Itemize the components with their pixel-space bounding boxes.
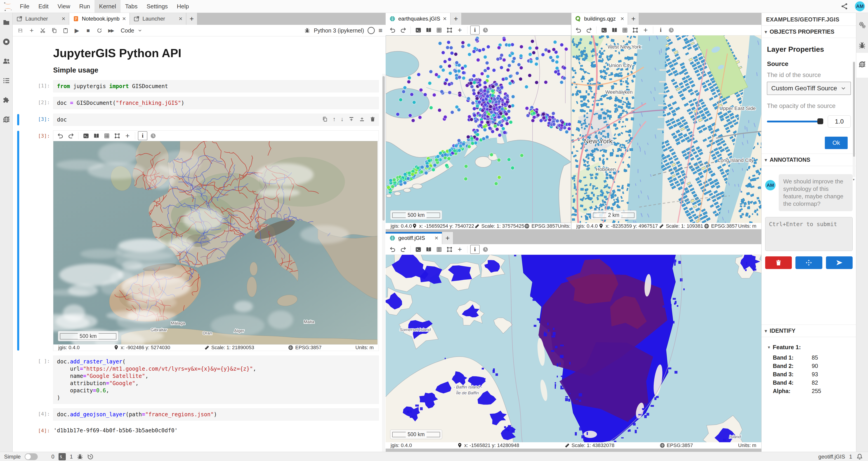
new-tab-button[interactable]: + bbox=[186, 13, 197, 25]
insert-above-icon[interactable] bbox=[348, 116, 354, 123]
code-input[interactable]: doc = GISDocument("france_hiking.jGIS") bbox=[53, 97, 379, 109]
console-icon[interactable] bbox=[599, 26, 609, 35]
close-icon[interactable]: × bbox=[62, 15, 65, 22]
identify-feature[interactable]: ▾Feature 1: bbox=[768, 344, 851, 351]
cell-type-dropdown[interactable]: Code bbox=[121, 27, 143, 34]
toolbar-menu-icon[interactable]: ≡ bbox=[378, 27, 382, 34]
cut-cell-icon[interactable] bbox=[38, 26, 48, 35]
cell-collapser[interactable] bbox=[17, 409, 19, 420]
annotation-input[interactable] bbox=[765, 217, 852, 251]
undo-icon[interactable] bbox=[56, 131, 65, 140]
code-input[interactable]: doc.add_raster_layer( url="https://mt1.g… bbox=[53, 356, 379, 404]
identify-icon[interactable]: i bbox=[138, 131, 147, 140]
france-map[interactable]: Málaga Oran Alger Malta Gibraltar 500 km bbox=[53, 141, 377, 344]
paste-cell-icon[interactable] bbox=[61, 26, 70, 35]
section-identify[interactable]: ▾ IDENTIFY bbox=[762, 325, 856, 337]
close-icon[interactable]: × bbox=[122, 15, 126, 22]
symbology-icon[interactable] bbox=[424, 245, 433, 254]
tab-buildings[interactable]: buildings.qgz × bbox=[571, 13, 628, 25]
cell-collapser[interactable] bbox=[17, 80, 19, 92]
earthquakes-map[interactable]: 500 km bbox=[385, 35, 571, 223]
jupytergis-panel-icon[interactable] bbox=[2, 116, 10, 123]
history-icon[interactable] bbox=[87, 454, 94, 460]
grid-icon[interactable] bbox=[102, 131, 112, 140]
table-of-contents-icon[interactable] bbox=[2, 77, 10, 85]
output-collapser[interactable] bbox=[17, 426, 19, 433]
new-tab-button[interactable]: + bbox=[451, 13, 462, 25]
tab-launcher-2[interactable]: Launcher × bbox=[130, 13, 186, 25]
move-up-icon[interactable]: ↑ bbox=[333, 116, 336, 123]
identify-icon[interactable]: i bbox=[470, 245, 480, 254]
duplicate-cell-icon[interactable] bbox=[322, 116, 328, 123]
console-icon[interactable] bbox=[81, 131, 91, 140]
tab-launcher-1[interactable]: Launcher × bbox=[13, 13, 69, 25]
menu-view[interactable]: View bbox=[53, 0, 75, 13]
cell-collapser[interactable] bbox=[17, 356, 19, 403]
add-layer-icon[interactable]: + bbox=[641, 26, 650, 35]
code-input[interactable]: doc ↑ ↓ bbox=[53, 113, 379, 126]
undo-icon[interactable] bbox=[388, 245, 397, 254]
output-collapser[interactable] bbox=[17, 131, 19, 351]
menu-run[interactable]: Run bbox=[75, 0, 95, 13]
collaboration-icon[interactable] bbox=[2, 57, 10, 65]
menu-edit[interactable]: Edit bbox=[34, 0, 53, 13]
extension-manager-icon[interactable] bbox=[2, 96, 10, 104]
run-all-icon[interactable]: ▶▶ bbox=[106, 26, 115, 35]
tab-geotiff[interactable]: geotiff.jGIS × bbox=[385, 232, 442, 244]
add-layer-icon[interactable]: + bbox=[455, 26, 465, 35]
running-kernels-icon[interactable] bbox=[2, 38, 10, 45]
close-icon[interactable]: × bbox=[179, 15, 182, 22]
console-icon[interactable] bbox=[413, 245, 423, 254]
extent-icon[interactable] bbox=[445, 26, 454, 35]
cell-collapser[interactable] bbox=[17, 97, 19, 109]
symbology-icon[interactable] bbox=[424, 26, 433, 35]
identify-icon[interactable]: i bbox=[470, 26, 480, 35]
add-layer-icon[interactable]: + bbox=[123, 131, 132, 140]
kernel-busy-icon[interactable] bbox=[77, 454, 83, 460]
stop-icon[interactable]: ■ bbox=[84, 26, 93, 35]
notebook-scrollbar[interactable] bbox=[382, 74, 385, 452]
undo-icon[interactable] bbox=[388, 26, 397, 35]
submit-annotation-button[interactable] bbox=[826, 256, 852, 269]
bell-icon[interactable] bbox=[856, 453, 863, 460]
delete-annotation-button[interactable] bbox=[765, 256, 792, 269]
property-inspector-icon[interactable] bbox=[858, 21, 866, 29]
insert-below-icon[interactable] bbox=[359, 116, 365, 123]
console-badge-icon[interactable]: $_ bbox=[59, 453, 66, 460]
symbology-icon[interactable] bbox=[92, 131, 101, 140]
menu-help[interactable]: Help bbox=[172, 0, 193, 13]
ok-button[interactable]: Ok bbox=[825, 137, 848, 149]
console-icon[interactable] bbox=[413, 26, 423, 35]
move-down-icon[interactable]: ↓ bbox=[341, 116, 344, 123]
new-tab-button[interactable]: + bbox=[442, 232, 453, 244]
restart-kernel-icon[interactable] bbox=[95, 26, 104, 35]
save-icon[interactable] bbox=[16, 26, 25, 35]
section-annotations[interactable]: ▾ ANNOTATIONS bbox=[762, 154, 856, 166]
jupytergis-right-panel-icon[interactable] bbox=[858, 61, 866, 68]
redo-icon[interactable] bbox=[584, 26, 594, 35]
redo-icon[interactable] bbox=[66, 131, 75, 140]
redo-icon[interactable] bbox=[398, 245, 408, 254]
extent-icon[interactable] bbox=[445, 245, 454, 254]
extent-icon[interactable] bbox=[630, 26, 640, 35]
share-icon[interactable] bbox=[840, 2, 849, 11]
close-icon[interactable]: × bbox=[443, 15, 446, 22]
insert-cell-icon[interactable]: + bbox=[27, 26, 36, 35]
undo-icon[interactable] bbox=[574, 26, 583, 35]
temporal-clock-icon[interactable] bbox=[666, 26, 676, 35]
opacity-value[interactable]: 1.0 bbox=[828, 116, 851, 128]
grid-icon[interactable] bbox=[434, 245, 444, 254]
kernel-name[interactable]: Python 3 (ipykernel) bbox=[314, 27, 364, 34]
center-annotation-button[interactable] bbox=[796, 256, 822, 269]
opacity-slider[interactable] bbox=[767, 121, 823, 123]
copy-cell-icon[interactable] bbox=[50, 26, 59, 35]
grid-icon[interactable] bbox=[620, 26, 629, 35]
tab-notebook[interactable]: Notebook.ipynb × bbox=[69, 13, 130, 25]
close-icon[interactable]: × bbox=[620, 15, 624, 22]
debugger-icon[interactable] bbox=[304, 28, 310, 33]
identify-icon[interactable]: i bbox=[656, 26, 665, 35]
delete-cell-icon[interactable] bbox=[370, 116, 375, 123]
menu-kernel[interactable]: Kernel bbox=[94, 0, 121, 13]
cell-collapser[interactable] bbox=[17, 114, 19, 125]
menu-file[interactable]: File bbox=[16, 0, 34, 13]
